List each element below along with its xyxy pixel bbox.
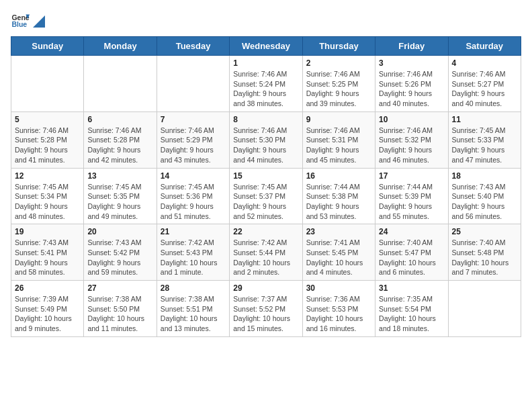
day-info: Sunrise: 7:35 AM Sunset: 5:54 PM Dayligh…	[379, 294, 444, 334]
day-number: 13	[87, 171, 152, 181]
calendar-week-row: 19Sunrise: 7:43 AM Sunset: 5:41 PM Dayli…	[11, 224, 521, 281]
day-number: 29	[233, 283, 298, 293]
weekday-header-thursday: Thursday	[302, 37, 375, 56]
day-number: 24	[379, 227, 444, 236]
calendar-cell	[448, 281, 521, 337]
calendar-cell: 11Sunrise: 7:45 AM Sunset: 5:33 PM Dayli…	[448, 111, 521, 168]
weekday-header-monday: Monday	[84, 37, 157, 56]
calendar-cell: 22Sunrise: 7:42 AM Sunset: 5:44 PM Dayli…	[230, 224, 302, 281]
weekday-header-wednesday: Wednesday	[230, 37, 302, 56]
svg-text:Blue: Blue	[11, 20, 27, 28]
day-number: 18	[452, 171, 517, 181]
day-number: 8	[233, 115, 298, 124]
calendar-cell: 25Sunrise: 7:40 AM Sunset: 5:48 PM Dayli…	[448, 224, 521, 281]
day-info: Sunrise: 7:41 AM Sunset: 5:45 PM Dayligh…	[306, 238, 371, 277]
day-number: 11	[452, 115, 517, 124]
day-number: 31	[379, 283, 444, 293]
day-info: Sunrise: 7:42 AM Sunset: 5:44 PM Dayligh…	[233, 238, 298, 277]
calendar-cell: 23Sunrise: 7:41 AM Sunset: 5:45 PM Dayli…	[302, 224, 375, 281]
calendar-week-row: 12Sunrise: 7:45 AM Sunset: 5:34 PM Dayli…	[11, 168, 521, 224]
calendar-cell	[84, 56, 157, 112]
calendar-header: SundayMondayTuesdayWednesdayThursdayFrid…	[11, 37, 521, 56]
day-number: 23	[306, 227, 371, 236]
calendar-cell: 29Sunrise: 7:37 AM Sunset: 5:52 PM Dayli…	[230, 281, 302, 337]
calendar-cell: 28Sunrise: 7:38 AM Sunset: 5:51 PM Dayli…	[157, 281, 229, 337]
day-info: Sunrise: 7:46 AM Sunset: 5:27 PM Dayligh…	[452, 69, 517, 109]
day-info: Sunrise: 7:43 AM Sunset: 5:41 PM Dayligh…	[15, 238, 80, 277]
day-info: Sunrise: 7:43 AM Sunset: 5:42 PM Dayligh…	[87, 238, 152, 277]
day-number: 30	[306, 283, 371, 293]
day-info: Sunrise: 7:44 AM Sunset: 5:38 PM Dayligh…	[306, 182, 371, 222]
calendar-cell: 17Sunrise: 7:44 AM Sunset: 5:39 PM Dayli…	[375, 168, 448, 224]
calendar-week-row: 1Sunrise: 7:46 AM Sunset: 5:24 PM Daylig…	[11, 56, 521, 112]
svg-marker-3	[33, 15, 45, 28]
calendar-cell: 26Sunrise: 7:39 AM Sunset: 5:49 PM Dayli…	[11, 281, 84, 337]
day-number: 26	[15, 283, 80, 293]
calendar-cell: 19Sunrise: 7:43 AM Sunset: 5:41 PM Dayli…	[11, 224, 84, 281]
calendar-cell: 10Sunrise: 7:46 AM Sunset: 5:32 PM Dayli…	[375, 111, 448, 168]
day-info: Sunrise: 7:38 AM Sunset: 5:50 PM Dayligh…	[87, 294, 152, 334]
day-info: Sunrise: 7:44 AM Sunset: 5:39 PM Dayligh…	[379, 182, 444, 222]
day-number: 3	[379, 58, 444, 68]
day-info: Sunrise: 7:46 AM Sunset: 5:32 PM Dayligh…	[379, 126, 444, 165]
day-info: Sunrise: 7:42 AM Sunset: 5:43 PM Dayligh…	[161, 238, 226, 277]
weekday-header-saturday: Saturday	[448, 37, 521, 56]
calendar-cell: 3Sunrise: 7:46 AM Sunset: 5:26 PM Daylig…	[375, 56, 448, 112]
calendar-cell: 18Sunrise: 7:43 AM Sunset: 5:40 PM Dayli…	[448, 168, 521, 224]
calendar-cell: 14Sunrise: 7:45 AM Sunset: 5:36 PM Dayli…	[157, 168, 229, 224]
day-number: 1	[233, 58, 298, 68]
logo-icon: General Blue	[11, 11, 30, 30]
weekday-header-tuesday: Tuesday	[157, 37, 229, 56]
day-info: Sunrise: 7:36 AM Sunset: 5:53 PM Dayligh…	[306, 294, 371, 334]
calendar-cell: 2Sunrise: 7:46 AM Sunset: 5:25 PM Daylig…	[302, 56, 375, 112]
calendar-cell: 27Sunrise: 7:38 AM Sunset: 5:50 PM Dayli…	[84, 281, 157, 337]
calendar-cell: 1Sunrise: 7:46 AM Sunset: 5:24 PM Daylig…	[230, 56, 302, 112]
calendar-cell: 6Sunrise: 7:46 AM Sunset: 5:28 PM Daylig…	[84, 111, 157, 168]
day-number: 6	[87, 115, 152, 124]
calendar-cell: 31Sunrise: 7:35 AM Sunset: 5:54 PM Dayli…	[375, 281, 448, 337]
day-info: Sunrise: 7:46 AM Sunset: 5:24 PM Dayligh…	[233, 69, 298, 109]
calendar-cell: 24Sunrise: 7:40 AM Sunset: 5:47 PM Dayli…	[375, 224, 448, 281]
day-number: 22	[233, 227, 298, 236]
day-number: 16	[306, 171, 371, 181]
day-info: Sunrise: 7:38 AM Sunset: 5:51 PM Dayligh…	[161, 294, 226, 334]
day-info: Sunrise: 7:37 AM Sunset: 5:52 PM Dayligh…	[233, 294, 298, 334]
calendar-cell	[11, 56, 84, 112]
day-info: Sunrise: 7:46 AM Sunset: 5:30 PM Dayligh…	[233, 126, 298, 165]
day-info: Sunrise: 7:46 AM Sunset: 5:28 PM Dayligh…	[87, 126, 152, 165]
calendar-cell: 30Sunrise: 7:36 AM Sunset: 5:53 PM Dayli…	[302, 281, 375, 337]
day-info: Sunrise: 7:45 AM Sunset: 5:36 PM Dayligh…	[161, 182, 226, 222]
day-number: 2	[306, 58, 371, 68]
day-number: 7	[161, 115, 226, 124]
calendar-body: 1Sunrise: 7:46 AM Sunset: 5:24 PM Daylig…	[11, 56, 521, 337]
day-number: 19	[15, 227, 80, 236]
calendar-table: SundayMondayTuesdayWednesdayThursdayFrid…	[11, 36, 521, 337]
calendar-cell: 21Sunrise: 7:42 AM Sunset: 5:43 PM Dayli…	[157, 224, 229, 281]
calendar-cell: 8Sunrise: 7:46 AM Sunset: 5:30 PM Daylig…	[230, 111, 302, 168]
weekday-header-friday: Friday	[375, 37, 448, 56]
calendar-cell: 4Sunrise: 7:46 AM Sunset: 5:27 PM Daylig…	[448, 56, 521, 112]
calendar-cell: 15Sunrise: 7:45 AM Sunset: 5:37 PM Dayli…	[230, 168, 302, 224]
day-info: Sunrise: 7:40 AM Sunset: 5:47 PM Dayligh…	[379, 238, 444, 277]
day-info: Sunrise: 7:39 AM Sunset: 5:49 PM Dayligh…	[15, 294, 80, 334]
day-info: Sunrise: 7:45 AM Sunset: 5:35 PM Dayligh…	[87, 182, 152, 222]
day-info: Sunrise: 7:46 AM Sunset: 5:26 PM Dayligh…	[379, 69, 444, 109]
day-info: Sunrise: 7:45 AM Sunset: 5:33 PM Dayligh…	[452, 126, 517, 165]
day-info: Sunrise: 7:43 AM Sunset: 5:40 PM Dayligh…	[452, 182, 517, 222]
day-number: 15	[233, 171, 298, 181]
day-info: Sunrise: 7:46 AM Sunset: 5:25 PM Dayligh…	[306, 69, 371, 109]
calendar-cell: 7Sunrise: 7:46 AM Sunset: 5:29 PM Daylig…	[157, 111, 229, 168]
day-number: 17	[379, 171, 444, 181]
day-number: 20	[87, 227, 152, 236]
day-number: 5	[15, 115, 80, 124]
day-number: 14	[161, 171, 226, 181]
day-info: Sunrise: 7:45 AM Sunset: 5:37 PM Dayligh…	[233, 182, 298, 222]
logo: General Blue	[11, 11, 46, 30]
day-number: 21	[161, 227, 226, 236]
calendar-cell: 5Sunrise: 7:46 AM Sunset: 5:28 PM Daylig…	[11, 111, 84, 168]
day-number: 12	[15, 171, 80, 181]
logo-triangle-icon	[33, 15, 45, 28]
calendar-cell: 9Sunrise: 7:46 AM Sunset: 5:31 PM Daylig…	[302, 111, 375, 168]
day-number: 9	[306, 115, 371, 124]
day-number: 4	[452, 58, 517, 68]
